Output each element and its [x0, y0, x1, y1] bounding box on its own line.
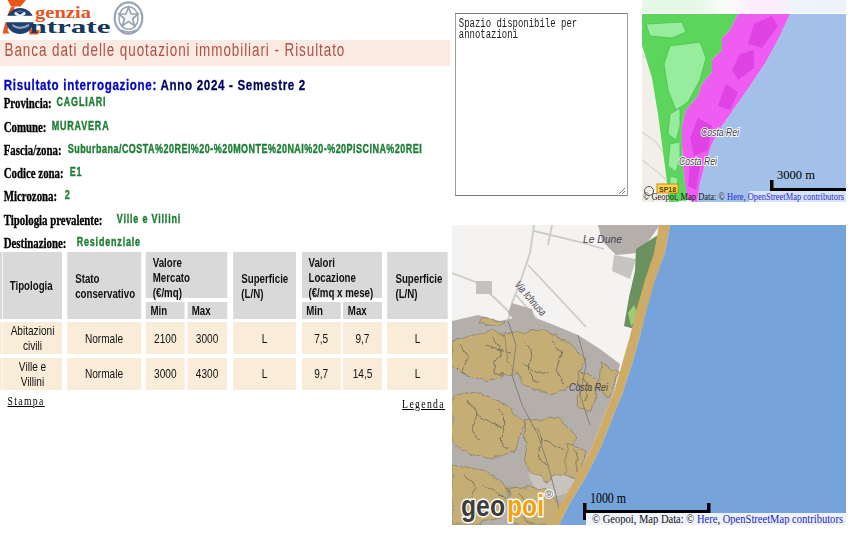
- svg-text:Costa Rei: Costa Rei: [679, 155, 718, 167]
- svg-text:poi: poi: [507, 489, 544, 522]
- svg-text:3000 m: 3000 m: [777, 167, 815, 182]
- svg-text:ntrate: ntrate: [30, 16, 112, 37]
- svg-text:geo: geo: [461, 489, 505, 522]
- svg-text:© Geopoi, Map Data: © Here, Op: © Geopoi, Map Data: © Here, OpenStreetMa…: [592, 512, 843, 525]
- svg-text:Costa Rei: Costa Rei: [701, 126, 740, 138]
- svg-text:1000 m: 1000 m: [590, 491, 626, 506]
- svg-text:Le Dune: Le Dune: [583, 233, 622, 245]
- svg-text:© Geopoi, Map Data: © Here, Op: © Geopoi, Map Data: © Here, OpenStreetMa…: [643, 190, 844, 202]
- svg-text:Costa Rei: Costa Rei: [569, 381, 608, 393]
- svg-text:®: ®: [545, 488, 553, 500]
